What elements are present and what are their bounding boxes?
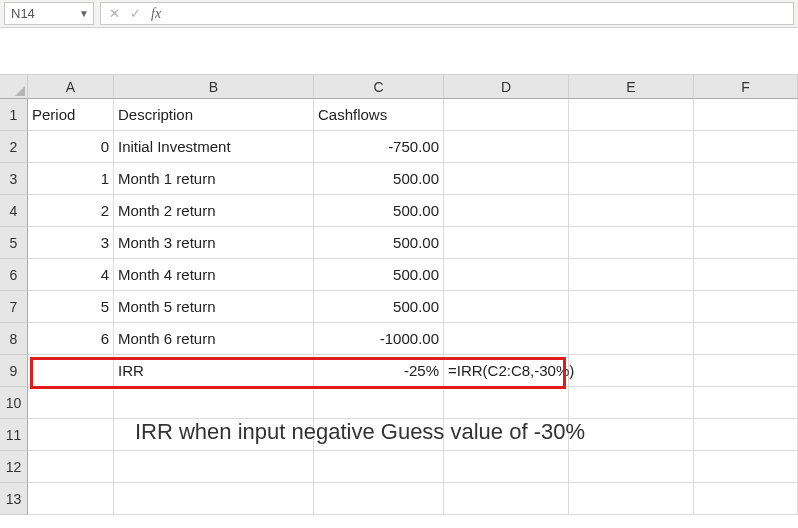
row-header-12[interactable]: 12 [0, 451, 28, 483]
cell-D5[interactable] [444, 227, 569, 259]
cell-D3[interactable] [444, 163, 569, 195]
cell-E10[interactable] [569, 387, 694, 419]
chevron-down-icon[interactable]: ▼ [79, 8, 89, 19]
cell-E13[interactable] [569, 483, 694, 515]
cell-A7[interactable]: 5 [28, 291, 114, 323]
row-header-9[interactable]: 9 [0, 355, 28, 387]
cell-E3[interactable] [569, 163, 694, 195]
cell-F6[interactable] [694, 259, 798, 291]
cell-C12[interactable] [314, 451, 444, 483]
cell-A3[interactable]: 1 [28, 163, 114, 195]
cell-E12[interactable] [569, 451, 694, 483]
cell-C2[interactable]: -750.00 [314, 131, 444, 163]
row-header-5[interactable]: 5 [0, 227, 28, 259]
cell-A4[interactable]: 2 [28, 195, 114, 227]
row-header-8[interactable]: 8 [0, 323, 28, 355]
fx-icon[interactable]: fx [151, 6, 161, 22]
cell-D9[interactable]: =IRR(C2:C8,-30%) [444, 355, 569, 387]
cell-F9[interactable] [694, 355, 798, 387]
cell-D12[interactable] [444, 451, 569, 483]
cell-F11[interactable] [694, 419, 798, 451]
cell-A12[interactable] [28, 451, 114, 483]
row-header-3[interactable]: 3 [0, 163, 28, 195]
cell-E9[interactable] [569, 355, 694, 387]
cell-C1[interactable]: Cashflows [314, 99, 444, 131]
cell-F1[interactable] [694, 99, 798, 131]
cell-B4[interactable]: Month 2 return [114, 195, 314, 227]
cell-F8[interactable] [694, 323, 798, 355]
cell-A1[interactable]: Period [28, 99, 114, 131]
cell-F4[interactable] [694, 195, 798, 227]
cell-B5[interactable]: Month 3 return [114, 227, 314, 259]
col-header-A[interactable]: A [28, 75, 114, 99]
cell-C8[interactable]: -1000.00 [314, 323, 444, 355]
cell-B3[interactable]: Month 1 return [114, 163, 314, 195]
cell-E8[interactable] [569, 323, 694, 355]
cell-A5[interactable]: 3 [28, 227, 114, 259]
cell-C10[interactable] [314, 387, 444, 419]
cell-D2[interactable] [444, 131, 569, 163]
cell-B12[interactable] [114, 451, 314, 483]
cell-F2[interactable] [694, 131, 798, 163]
cell-C3[interactable]: 500.00 [314, 163, 444, 195]
cell-A11[interactable] [28, 419, 114, 451]
row-header-13[interactable]: 13 [0, 483, 28, 515]
cell-A13[interactable] [28, 483, 114, 515]
cell-E2[interactable] [569, 131, 694, 163]
cell-B7[interactable]: Month 5 return [114, 291, 314, 323]
col-header-D[interactable]: D [444, 75, 569, 99]
cell-C11[interactable] [314, 419, 444, 451]
cell-B10[interactable] [114, 387, 314, 419]
cell-B9[interactable]: IRR [114, 355, 314, 387]
cell-E11[interactable] [569, 419, 694, 451]
cell-A10[interactable] [28, 387, 114, 419]
cell-F12[interactable] [694, 451, 798, 483]
cell-C7[interactable]: 500.00 [314, 291, 444, 323]
cell-B13[interactable] [114, 483, 314, 515]
cell-B8[interactable]: Month 6 return [114, 323, 314, 355]
cell-D8[interactable] [444, 323, 569, 355]
cell-D1[interactable] [444, 99, 569, 131]
cell-B6[interactable]: Month 4 return [114, 259, 314, 291]
row-header-6[interactable]: 6 [0, 259, 28, 291]
cell-B2[interactable]: Initial Investment [114, 131, 314, 163]
col-header-E[interactable]: E [569, 75, 694, 99]
cell-D11[interactable] [444, 419, 569, 451]
cell-D6[interactable] [444, 259, 569, 291]
name-box[interactable]: N14 ▼ [4, 2, 94, 25]
cell-B11[interactable] [114, 419, 314, 451]
col-header-C[interactable]: C [314, 75, 444, 99]
cell-C13[interactable] [314, 483, 444, 515]
cell-A8[interactable]: 6 [28, 323, 114, 355]
cell-A6[interactable]: 4 [28, 259, 114, 291]
cell-E7[interactable] [569, 291, 694, 323]
col-header-F[interactable]: F [694, 75, 798, 99]
row-header-7[interactable]: 7 [0, 291, 28, 323]
row-header-4[interactable]: 4 [0, 195, 28, 227]
cell-F3[interactable] [694, 163, 798, 195]
row-header-2[interactable]: 2 [0, 131, 28, 163]
formula-bar-input[interactable] [169, 2, 794, 25]
col-header-B[interactable]: B [114, 75, 314, 99]
cell-D13[interactable] [444, 483, 569, 515]
cell-C9[interactable]: -25% [314, 355, 444, 387]
cell-C4[interactable]: 500.00 [314, 195, 444, 227]
cell-E5[interactable] [569, 227, 694, 259]
row-header-11[interactable]: 11 [0, 419, 28, 451]
row-header-10[interactable]: 10 [0, 387, 28, 419]
cell-E6[interactable] [569, 259, 694, 291]
cell-D10[interactable] [444, 387, 569, 419]
cell-E4[interactable] [569, 195, 694, 227]
cell-F13[interactable] [694, 483, 798, 515]
cell-D7[interactable] [444, 291, 569, 323]
cell-C5[interactable]: 500.00 [314, 227, 444, 259]
row-header-1[interactable]: 1 [0, 99, 28, 131]
cell-D4[interactable] [444, 195, 569, 227]
cell-B1[interactable]: Description [114, 99, 314, 131]
cell-F10[interactable] [694, 387, 798, 419]
select-all-corner[interactable] [0, 75, 28, 99]
cell-F5[interactable] [694, 227, 798, 259]
cell-E1[interactable] [569, 99, 694, 131]
cell-F7[interactable] [694, 291, 798, 323]
cell-C6[interactable]: 500.00 [314, 259, 444, 291]
